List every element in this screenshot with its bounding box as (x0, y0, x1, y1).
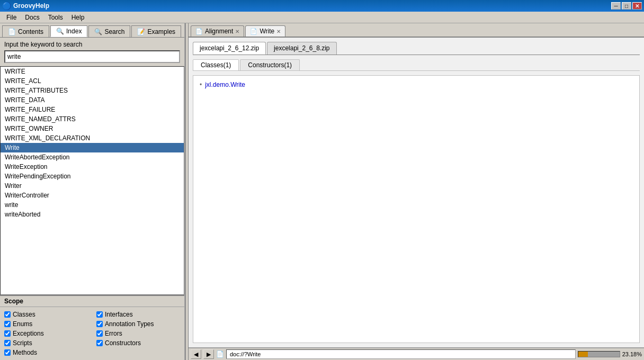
forward-button[interactable]: ▶ (203, 349, 214, 359)
list-item[interactable]: WRITE (1, 67, 184, 76)
zip-tab-1[interactable]: jexcelapi_2_6_12.zip (193, 42, 266, 55)
title-bar: 🔵 GroovyHelp ─ □ ✕ (0, 0, 644, 12)
search-input[interactable] (4, 50, 180, 63)
list-item[interactable]: WriteAbortedException (1, 152, 184, 162)
alignment-tab-close[interactable]: ✕ (235, 29, 239, 34)
write-tab-icon: 📄 (250, 28, 257, 35)
menu-docs[interactable]: Docs (21, 13, 43, 22)
zip-tab-2[interactable]: jexcelapi_2_6_8.zip (267, 42, 336, 55)
alignment-tab-icon: 📄 (195, 28, 203, 35)
index-icon: 🔍 (56, 28, 64, 35)
scope-content: ClassesInterfacesEnumsAnnotation TypesEx… (0, 307, 184, 360)
left-tab-bar: 📄 Contents 🔍 Index 🔍 Search 📝 Examples (0, 23, 184, 38)
progress-bar-fill (578, 352, 588, 357)
scope-item-interfaces: Interfaces (96, 310, 180, 319)
right-panel: 📄 Alignment ✕ 📄 Write ✕ jexcelapi_2_6_12… (189, 23, 644, 360)
tab-alignment[interactable]: 📄 Alignment ✕ (191, 25, 244, 37)
scope-header: Scope (0, 296, 184, 307)
scope-item-exceptions: Exceptions (4, 329, 88, 338)
class-content: • jxl.demo.Write (193, 75, 640, 343)
scope-item-scripts: Scripts (4, 339, 88, 347)
search-section: Input the keyword to search (0, 38, 184, 66)
list-item[interactable]: Write (1, 143, 184, 152)
list-item[interactable]: WRITE_ACL (1, 76, 184, 86)
progress-bar (578, 351, 620, 357)
tab-examples[interactable]: 📝 Examples (131, 25, 181, 37)
scope-item-constructors: Constructors (96, 339, 180, 347)
keyword-list[interactable]: WRITEWRITE_ACLWRITE_ATTRIBUTESWRITE_DATA… (0, 66, 184, 295)
scope-item-classes: Classes (4, 310, 88, 319)
close-button[interactable]: ✕ (632, 2, 642, 10)
search-label: Input the keyword to search (4, 41, 180, 48)
list-item[interactable]: WRITE_XML_DECLARATION (1, 133, 184, 143)
list-item[interactable]: WRITE_ATTRIBUTES (1, 86, 184, 95)
contents-icon: 📄 (8, 28, 16, 35)
list-item[interactable]: WRITE_DATA (1, 95, 184, 105)
progress-area: 23.18% (578, 351, 642, 357)
list-item[interactable]: writeAborted (1, 210, 184, 219)
list-item[interactable]: WritePendingException (1, 172, 184, 181)
list-item[interactable]: WriterController (1, 191, 184, 200)
list-item[interactable]: Writer (1, 181, 184, 191)
status-bar: ◀ ▶ 📄 doc://?Write 23.18% (189, 347, 644, 360)
scope-section: Scope ClassesInterfacesEnumsAnnotation T… (0, 295, 184, 360)
status-url: doc://?Write (226, 349, 576, 359)
app-title: GroovyHelp (13, 2, 611, 10)
doc-icon: 📄 (216, 350, 224, 358)
class-list-item: • jxl.demo.Write (200, 80, 633, 89)
maximize-button[interactable]: □ (622, 2, 631, 10)
tab-write[interactable]: 📄 Write ✕ (245, 25, 285, 37)
list-item[interactable]: WRITE_OWNER (1, 124, 184, 133)
menu-tools[interactable]: Tools (44, 13, 67, 22)
class-tab-classes[interactable]: Classes(1) (193, 59, 239, 70)
bullet-icon: • (200, 81, 202, 88)
right-content: jexcelapi_2_6_12.zip jexcelapi_2_6_8.zip… (189, 38, 644, 347)
list-item[interactable]: WriteException (1, 162, 184, 172)
list-section: WRITEWRITE_ACLWRITE_ATTRIBUTESWRITE_DATA… (0, 66, 184, 295)
search-icon: 🔍 (94, 28, 102, 35)
class-tab-bar: Classes(1) Constructors(1) (193, 59, 640, 71)
menu-help[interactable]: Help (67, 13, 89, 22)
write-tab-close[interactable]: ✕ (276, 29, 281, 34)
main-layout: 📄 Contents 🔍 Index 🔍 Search 📝 Examples I… (0, 23, 644, 360)
list-item[interactable]: WRITE_NAMED_ATTRS (1, 114, 184, 124)
menu-bar: File Docs Tools Help (0, 12, 644, 23)
class-tab-constructors[interactable]: Constructors(1) (240, 59, 300, 70)
window-controls: ─ □ ✕ (611, 2, 642, 10)
scope-item-enums: Enums (4, 320, 88, 328)
back-button[interactable]: ◀ (191, 349, 201, 359)
tab-contents[interactable]: 📄 Contents (2, 25, 49, 37)
progress-text: 23.18% (622, 351, 642, 357)
examples-icon: 📝 (137, 28, 145, 35)
zip-tab-bar: jexcelapi_2_6_12.zip jexcelapi_2_6_8.zip (193, 42, 640, 55)
list-item[interactable]: write (1, 200, 184, 210)
scope-item-annotation-types: Annotation Types (96, 320, 180, 328)
scope-item-methods: Methods (4, 348, 88, 357)
right-tab-bar: 📄 Alignment ✕ 📄 Write ✕ (189, 23, 644, 38)
tab-search[interactable]: 🔍 Search (88, 25, 130, 37)
scope-item-errors: Errors (96, 329, 180, 338)
left-panel: 📄 Contents 🔍 Index 🔍 Search 📝 Examples I… (0, 23, 185, 360)
menu-file[interactable]: File (2, 13, 21, 22)
minimize-button[interactable]: ─ (611, 2, 621, 10)
list-item[interactable]: WRITE_FAILURE (1, 105, 184, 114)
app-icon: 🔵 (2, 2, 11, 10)
tab-index[interactable]: 🔍 Index (50, 25, 87, 37)
